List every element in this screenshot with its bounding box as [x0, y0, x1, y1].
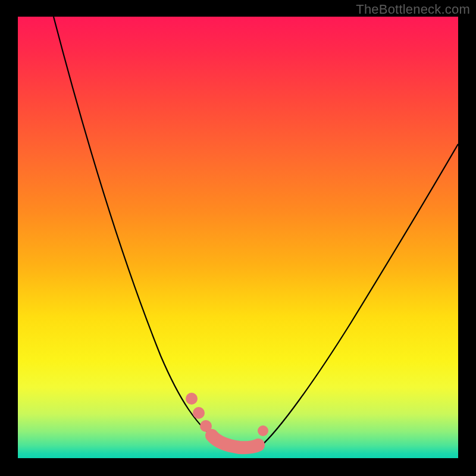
marker-dot [258, 425, 268, 436]
curve-left [54, 17, 223, 445]
marker-dot [193, 407, 205, 419]
marker-dot [206, 430, 218, 441]
chart-frame: TheBottleneck.com [0, 0, 476, 476]
plot-area [18, 17, 458, 458]
curve-right [261, 144, 458, 446]
watermark-text: TheBottleneck.com [356, 2, 470, 17]
bottleneck-curve [18, 17, 458, 458]
marker-dot [186, 393, 198, 405]
valley-highlight [212, 436, 258, 447]
